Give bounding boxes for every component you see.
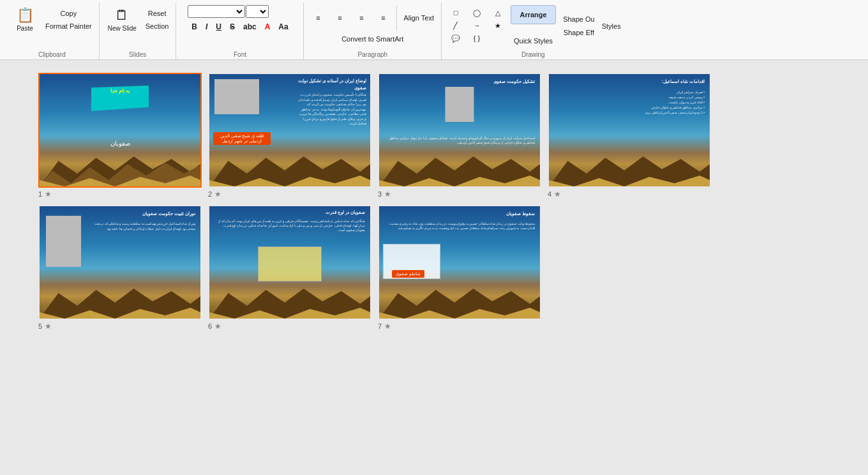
drawing-group: □ ◯ △ ╱ → ★ 💬 { } Arrange Quick Styles S [442, 3, 625, 59]
slide1-title: به نام خدا [110, 88, 130, 94]
star-7: ★ [384, 322, 391, 331]
font-size-select[interactable] [246, 5, 269, 18]
slide-thumb-3[interactable]: تشکیل حکومت صفوی اسماعیل سرآمد ایران از … [378, 73, 541, 188]
shape-round-button[interactable]: ◯ [467, 7, 487, 19]
font-color-button[interactable]: A [261, 20, 274, 33]
quick-styles-button[interactable]: Quick Styles [511, 35, 556, 47]
slide-row-2: دوران تثبیت حکومت صفویان پس از شاه اسماع… [38, 205, 830, 331]
slide-num-3: 3 ★ [378, 190, 391, 199]
slide6-map [258, 246, 322, 282]
shape-effects-button[interactable]: Shape Eff [560, 27, 598, 38]
shape-triangle-button[interactable]: △ [488, 7, 508, 19]
align-right-button[interactable]: ≡ [351, 12, 371, 24]
slide-thumb-5[interactable]: دوران تثبیت حکومت صفویان پس از شاه اسماع… [38, 205, 202, 320]
align-center-button[interactable]: ≡ [329, 12, 350, 24]
new-slide-button[interactable]: 🗒 New Slide [103, 5, 141, 34]
slide-thumb-1[interactable]: به نام خدا صفویان [38, 73, 202, 188]
align-text-button[interactable]: Align Text [400, 12, 437, 24]
slide-num-6: 6 ★ [208, 322, 221, 331]
format-painter-label: Format Painter [45, 22, 92, 30]
slide-wrapper-4: اقدامات شاه اسماعیل: • تصرف سراسر ایران … [548, 73, 711, 199]
slide-thumb-6[interactable]: صفویان در اوج قدرت هنگامی که شاه عباس به… [208, 205, 371, 320]
shape-bracket-button[interactable]: { } [467, 33, 487, 45]
slide2-title: اوضاع ایران در آستانه ی تشکیل دولت صفوی … [296, 78, 366, 126]
star-6: ★ [214, 322, 221, 331]
slide-thumb-7[interactable]: سقوط صفویان سقوط دولت صفوی در زمان شاه س… [378, 205, 541, 320]
arrange-button[interactable]: Arrange [511, 5, 556, 24]
align-left-button[interactable]: ≡ [308, 12, 328, 24]
paste-button[interactable]: 📋 Paste [9, 5, 41, 34]
format-painter-button[interactable]: Format Painter [42, 20, 95, 32]
slide6-body: هنگامی که شاه عباس به پادشاهی رسید، همسا… [214, 219, 365, 232]
slide-wrapper-5: دوران تثبیت حکومت صفویان پس از شاه اسماع… [38, 205, 202, 331]
shadow-button[interactable]: abc [239, 20, 260, 33]
star-3: ★ [384, 190, 391, 199]
slide2-image [214, 79, 259, 114]
clipboard-group: 📋 Paste Copy Format Painter Clipboard [5, 3, 100, 59]
copy-button[interactable]: Copy [42, 8, 95, 19]
slide-wrapper-6: صفویان در اوج قدرت هنگامی که شاه عباس به… [208, 205, 371, 331]
slide5-body: پس از شاه اسماعیل فرزندش تهماسب به سلطنت… [86, 222, 195, 231]
slide-num-5: 5 ★ [38, 322, 52, 331]
slide-wrapper-2: اوضاع ایران در آستانه ی تشکیل دولت صفوی … [208, 73, 371, 199]
font-family-select[interactable] [188, 5, 245, 18]
convert-label: Convert to SmartArt [341, 35, 403, 43]
slide-thumb-4[interactable]: اقدامات شاه اسماعیل: • تصرف سراسر ایران … [548, 73, 711, 188]
slide7-label: شاملو صفوی [392, 270, 424, 278]
drawing-label: Drawing [442, 51, 625, 58]
star-1: ★ [45, 190, 52, 199]
mountains-svg-4 [549, 151, 710, 186]
shape-outline-label: Shape Ou [563, 15, 595, 23]
font-group: B I U S abc A Aa Font [176, 3, 304, 59]
reset-label: Reset [148, 10, 167, 17]
shape-line-button[interactable]: ╱ [445, 20, 466, 32]
font-label: Font [176, 51, 303, 58]
mountains-svg-6 [209, 283, 370, 319]
slide3-body: اسماعیل سرآمد ایران از پیروزی در جنگ آق … [384, 136, 535, 145]
slide3-image [445, 87, 474, 122]
reset-button[interactable]: Reset [142, 8, 172, 19]
shape-rect-button[interactable]: □ [445, 7, 466, 19]
underline-button[interactable]: U [212, 20, 225, 33]
bold-button[interactable]: B [188, 20, 201, 33]
slide-wrapper-3: تشکیل حکومت صفوی اسماعیل سرآمد ایران از … [378, 73, 541, 199]
slide7-body: سقوط دولت صفوی در زمان شاه سلطان حسین به… [384, 222, 535, 230]
shape-outline-button[interactable]: Shape Ou [560, 13, 598, 25]
clipboard-label: Clipboard [5, 51, 99, 58]
slide4-body: • تصرف سراسر ایران • رسمی کردن مذهب شیعه… [554, 89, 705, 115]
slide3-title: تشکیل حکومت صفوی [493, 79, 535, 84]
new-slide-icon: 🗒 [115, 7, 129, 24]
paragraph-group: ≡ ≡ ≡ ≡ Align Text Convert to SmartArt P… [304, 3, 442, 59]
slide2-label: قلعه ی شیخ صفی الدین اردبیلی در شهر اردب… [213, 132, 271, 145]
slides-label: Slides [100, 51, 176, 58]
slide-num-2: 2 ★ [208, 190, 221, 199]
mountains-svg-7 [379, 283, 540, 319]
slide1-subtitle: صفویان [110, 140, 130, 147]
shape-effects-label: Shape Eff [564, 29, 594, 36]
italic-button[interactable]: I [202, 20, 211, 33]
paragraph-label: Paragraph [304, 51, 441, 58]
slide-wrapper-7: سقوط صفویان سقوط دولت صفوی در زمان شاه س… [378, 205, 541, 331]
sep1 [396, 5, 397, 31]
slide4-title: اقدامات شاه اسماعیل: [662, 79, 705, 84]
quick-styles-label: Quick Styles [514, 37, 553, 45]
shape-callout-button[interactable]: 💬 [445, 33, 466, 45]
styles-label: Styles [602, 22, 621, 30]
star-4: ★ [554, 190, 561, 199]
slide-thumb-2[interactable]: اوضاع ایران در آستانه ی تشکیل دولت صفوی … [208, 73, 371, 188]
slide5-title: دوران تثبیت حکومت صفویان [142, 211, 195, 216]
slide-area: به نام خدا صفویان 1 ★ [0, 60, 868, 475]
slide-num-1: 1 ★ [38, 190, 52, 199]
toolbar: 📋 Paste Copy Format Painter Clipboard 🗒 … [0, 0, 868, 60]
slide6-title: صفویان در اوج قدرت [326, 210, 365, 215]
slides-group: 🗒 New Slide Reset Section Slides [100, 3, 177, 59]
shape-star-button[interactable]: ★ [488, 20, 508, 32]
arrange-label: Arrange [520, 11, 546, 19]
strikethrough-button[interactable]: S [226, 20, 239, 33]
slide5-image [46, 216, 81, 267]
font-size-btn[interactable]: Aa [274, 20, 292, 33]
shape-arrow-button[interactable]: → [467, 20, 487, 32]
convert-smartart-button[interactable]: Convert to SmartArt [338, 33, 407, 45]
section-button[interactable]: Section [142, 20, 172, 32]
align-justify-button[interactable]: ≡ [373, 12, 393, 24]
